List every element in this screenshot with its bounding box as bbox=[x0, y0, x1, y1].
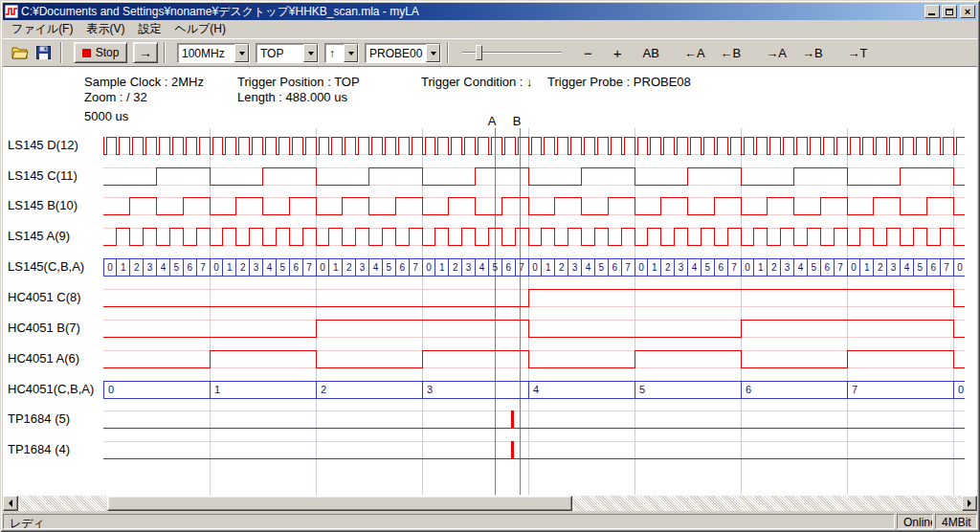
window-title: C:¥Documents and Settings¥noname¥デスクトップ¥… bbox=[21, 4, 924, 20]
maximize-button[interactable] bbox=[942, 5, 957, 18]
trigger-probe-value: PROBE00 bbox=[366, 44, 426, 62]
ab-button[interactable]: AB bbox=[638, 44, 664, 62]
scrollbar-track[interactable] bbox=[18, 496, 962, 511]
menu-item-settings[interactable]: 設定 bbox=[131, 19, 167, 39]
folder-open-icon bbox=[11, 46, 29, 59]
goto-b-button[interactable]: ←B bbox=[716, 44, 746, 62]
minimize-icon bbox=[928, 13, 935, 15]
maximize-icon bbox=[946, 9, 953, 15]
sample-clock-info: Sample Clock : 2MHz bbox=[84, 75, 204, 89]
window-controls: × bbox=[924, 5, 975, 18]
trigger-condition-info: Trigger Condition : ↓ bbox=[421, 75, 533, 89]
horizontal-scrollbar bbox=[3, 496, 977, 511]
forward-a-button[interactable]: →A bbox=[761, 44, 791, 62]
zoom-slider[interactable] bbox=[462, 42, 562, 63]
trigger-probe-select[interactable]: PROBE00 bbox=[365, 43, 441, 63]
toolbar-separator bbox=[164, 42, 166, 63]
sample-clock-value: 100MHz bbox=[178, 44, 234, 62]
app-window: C:¥Documents and Settings¥noname¥デスクトップ¥… bbox=[0, 0, 980, 532]
save-button[interactable] bbox=[32, 42, 55, 63]
floppy-save-icon bbox=[36, 46, 51, 59]
minimize-button[interactable] bbox=[924, 5, 940, 18]
trigger-edge-select[interactable]: ↑ bbox=[324, 43, 359, 63]
toolbar-separator bbox=[60, 42, 62, 63]
menu-item-help[interactable]: ヘルプ(H) bbox=[167, 19, 233, 39]
goto-a-button[interactable]: ←A bbox=[679, 44, 710, 62]
menu-item-view[interactable]: 表示(V) bbox=[79, 19, 131, 39]
chevron-down-icon[interactable] bbox=[303, 44, 318, 62]
app-icon[interactable] bbox=[5, 5, 18, 18]
stop-button[interactable]: Stop bbox=[74, 42, 127, 63]
status-message: レディ bbox=[3, 514, 895, 529]
trigger-position-value: TOP bbox=[256, 44, 303, 62]
slider-handle[interactable] bbox=[476, 45, 482, 60]
status-memory: 4MBit bbox=[935, 514, 977, 529]
zoom-out-button[interactable]: − bbox=[579, 43, 597, 63]
menu-item-file[interactable]: ファイル(F) bbox=[5, 19, 79, 39]
open-button[interactable] bbox=[9, 42, 32, 63]
trigger-position-info: Trigger Position : TOP bbox=[237, 75, 360, 89]
toolbar: Stop → 100MHz TOP ↑ PROBE00 − + AB ←A bbox=[3, 38, 977, 66]
titlebar: C:¥Documents and Settings¥noname¥デスクトップ¥… bbox=[3, 3, 977, 20]
menubar: ファイル(F) 表示(V) 設定 ヘルプ(H) bbox=[3, 20, 977, 38]
triangle-right-icon bbox=[968, 499, 975, 507]
timescale-label: 5000 us bbox=[84, 109, 128, 123]
triangle-left-icon bbox=[5, 499, 12, 507]
trigger-position-select[interactable]: TOP bbox=[256, 43, 319, 63]
forward-b-button[interactable]: →B bbox=[797, 44, 828, 62]
statusbar: レディ Online 4MBit bbox=[3, 513, 977, 529]
chevron-down-icon[interactable] bbox=[234, 44, 249, 62]
status-online: Online bbox=[897, 514, 933, 529]
run-button[interactable]: → bbox=[133, 42, 158, 63]
zoom-in-button[interactable]: + bbox=[609, 43, 627, 63]
close-button[interactable]: × bbox=[960, 5, 975, 18]
trigger-edge-value: ↑ bbox=[325, 44, 344, 62]
chevron-down-icon[interactable] bbox=[344, 44, 358, 62]
toolbar-separator bbox=[447, 42, 449, 63]
zoom-info: Zoom : / 32 bbox=[84, 90, 147, 104]
scroll-left-button[interactable] bbox=[3, 496, 18, 511]
app-logo-icon bbox=[5, 5, 18, 18]
goto-trigger-button[interactable]: →T bbox=[843, 44, 873, 62]
stop-icon bbox=[82, 49, 91, 57]
scrollbar-thumb[interactable] bbox=[107, 496, 572, 511]
scroll-right-button[interactable] bbox=[962, 496, 977, 511]
trigger-probe-info: Trigger Probe : PROBE08 bbox=[547, 75, 691, 89]
close-icon: × bbox=[965, 7, 970, 17]
sample-clock-select[interactable]: 100MHz bbox=[177, 43, 250, 63]
chevron-down-icon[interactable] bbox=[426, 44, 440, 62]
waveform-panel[interactable]: Sample Clock : 2MHz Trigger Position : T… bbox=[3, 66, 977, 496]
run-arrow-icon: → bbox=[139, 45, 152, 60]
stop-label: Stop bbox=[96, 46, 120, 59]
length-info: Length : 488.000 us bbox=[237, 90, 347, 104]
